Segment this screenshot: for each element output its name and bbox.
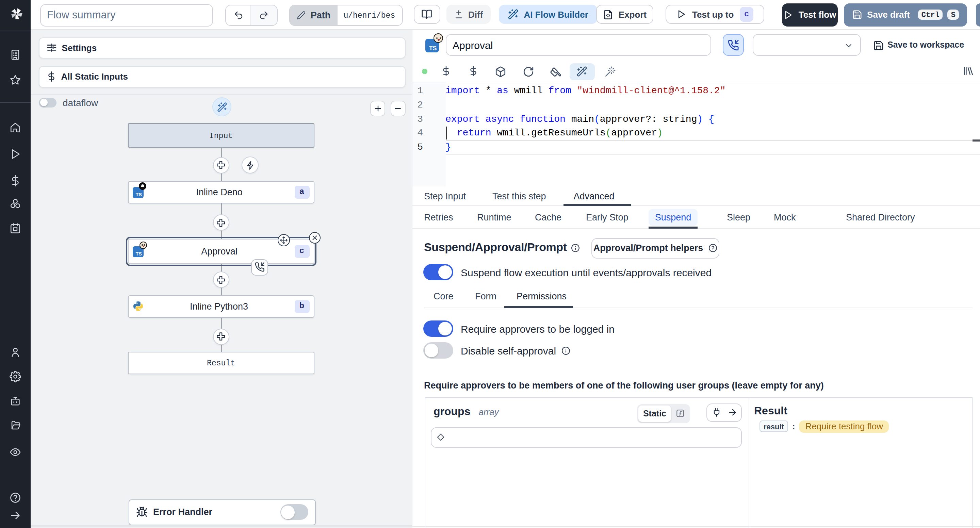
svg-text:TS: TS xyxy=(429,45,437,52)
svg-text:TS: TS xyxy=(136,251,142,256)
svg-text:TS: TS xyxy=(136,192,142,197)
